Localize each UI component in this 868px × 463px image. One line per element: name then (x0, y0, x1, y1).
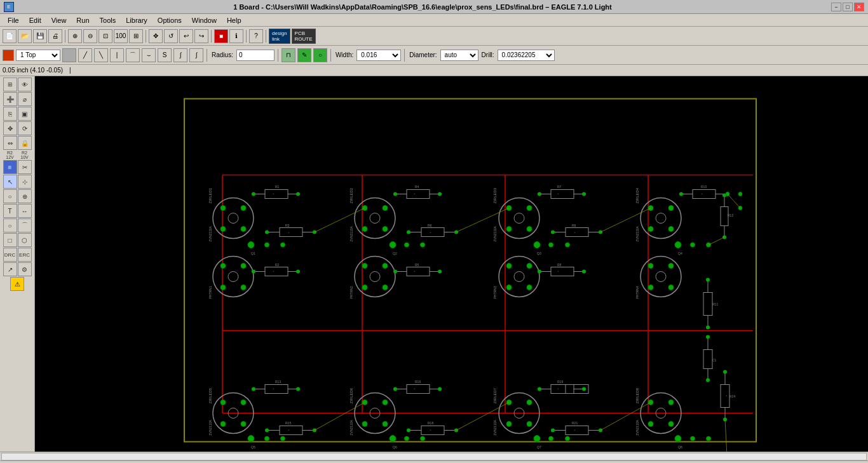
sel2-btn[interactable]: ⊹ (18, 175, 32, 189)
line-style-3[interactable]: | (110, 48, 124, 62)
drc-btn[interactable]: DRC (3, 248, 17, 262)
menu-window[interactable]: Window (187, 16, 222, 25)
line-style-1[interactable]: ╱ (78, 48, 92, 62)
new-button[interactable]: 📄 (3, 29, 17, 43)
radius-input[interactable] (236, 50, 275, 61)
split-btn[interactable]: ⌀ (18, 92, 32, 106)
hscrollbar[interactable] (0, 452, 868, 460)
zoom-100-button[interactable]: 100 (114, 29, 128, 43)
zoom-sel-button[interactable]: ⊞ (129, 29, 143, 43)
svg-text:ZIRLED6: ZIRLED6 (349, 387, 353, 403)
sep2 (146, 30, 146, 43)
erc-btn[interactable]: ERC (18, 248, 32, 262)
svg-point-268 (549, 436, 553, 441)
stop-button[interactable]: ■ (214, 29, 228, 43)
text-btn[interactable]: T (3, 204, 17, 218)
menu-options[interactable]: Options (153, 16, 187, 25)
zoom-fit-button[interactable]: ⊡ (98, 29, 112, 43)
line-style-8[interactable]: ∫ (189, 48, 203, 62)
wire-btn1[interactable]: ⊓ (281, 48, 295, 62)
wire-btn3[interactable]: ○ (313, 48, 327, 62)
diameter-select[interactable]: auto (440, 50, 478, 61)
maximize-button[interactable]: □ (843, 3, 853, 11)
layer-btn[interactable]: ⊞ (3, 77, 17, 91)
width-select[interactable]: 0.016 (356, 50, 401, 61)
info-button[interactable]: ℹ (229, 29, 243, 43)
route2-btn[interactable]: ↗ (3, 262, 17, 276)
zoom-out-button[interactable]: ⊖ (83, 29, 97, 43)
circle-btn[interactable]: ○ (3, 218, 17, 232)
svg-point-68 (362, 285, 367, 290)
svg-text:R9: R9 (572, 224, 576, 227)
zoom-in-button[interactable]: ⊕ (68, 29, 82, 43)
svg-text:Q1: Q1 (251, 252, 255, 255)
svg-text:PHTRN3: PHTRN3 (493, 286, 497, 299)
mirror-btn[interactable]: ⇔ (3, 136, 17, 150)
line-style-7[interactable]: ∫ (173, 48, 187, 62)
auto-btn[interactable]: ⚙ (18, 262, 32, 276)
svg-point-149 (668, 264, 674, 269)
layer-dropdown[interactable]: 1 Top 2 Route2 16 Bottom (16, 50, 60, 61)
menu-library[interactable]: Library (121, 16, 153, 25)
add-btn[interactable]: ➕ (3, 92, 17, 106)
svg-point-108 (527, 285, 532, 290)
group-btn[interactable]: ▣ (18, 107, 32, 121)
dim-btn[interactable]: ↔ (18, 204, 32, 218)
rect-btn[interactable]: □ (3, 233, 17, 247)
line-style-2[interactable]: ╲ (94, 48, 108, 62)
arc-btn[interactable]: ⌒ (18, 218, 32, 232)
copy-lt-btn[interactable]: ⎘ (3, 107, 17, 121)
fill-solid-button[interactable] (62, 48, 76, 62)
route-btn[interactable]: ≡ (3, 160, 17, 174)
svg-point-110 (527, 264, 532, 269)
undo-button[interactable]: ↩ (179, 29, 193, 43)
menu-view[interactable]: View (46, 16, 72, 25)
line-style-4[interactable]: ⌒ (126, 48, 140, 62)
menu-tools[interactable]: Tools (95, 16, 121, 25)
rip-btn[interactable]: ✂ (18, 160, 32, 174)
svg-text:R10: R10 (701, 185, 707, 189)
print-button[interactable]: 🖨 (48, 29, 62, 43)
pcb-svg: ZVN2110A R1 + Q1 PHTRN1 (35, 76, 868, 452)
menu-file[interactable]: File (3, 16, 24, 25)
lock-btn[interactable]: 🔒 (18, 136, 32, 150)
display-btn[interactable]: 👁 (18, 77, 32, 91)
coord-cursor: | (69, 67, 71, 74)
via-btn[interactable]: ○ (3, 189, 17, 203)
line-style-6[interactable]: S (158, 48, 172, 62)
canvas-area[interactable]: ZVN2110A R1 + Q1 PHTRN1 (35, 76, 868, 452)
open-button[interactable]: 📂 (18, 29, 32, 43)
svg-text:Q6: Q6 (393, 445, 397, 449)
svg-text:PHTRN2: PHTRN2 (349, 286, 353, 299)
sep5 (266, 30, 266, 43)
sep7 (278, 49, 278, 62)
drill-select[interactable]: 0.02362205 (498, 50, 555, 61)
design-logo: designlink (269, 29, 290, 44)
svg-point-51 (383, 227, 388, 232)
svg-point-225 (438, 387, 442, 391)
hscroll-track[interactable] (1, 453, 867, 460)
close-button[interactable]: ✕ (854, 3, 864, 11)
svg-point-141 (691, 243, 695, 247)
menu-edit[interactable]: Edit (24, 16, 46, 25)
menu-run[interactable]: Run (71, 16, 94, 25)
sel-btn[interactable]: ↖ (3, 175, 17, 189)
spin-btn[interactable]: ⟳ (18, 121, 32, 135)
rotate-button[interactable]: ↺ (164, 29, 178, 43)
wire-btn2[interactable]: ✎ (297, 48, 311, 62)
svg-text:R6: R6 (428, 224, 432, 227)
save-button[interactable]: 💾 (33, 29, 47, 43)
help-button[interactable]: ? (249, 29, 263, 43)
svg-text:R8: R8 (557, 263, 562, 267)
minimize-button[interactable]: − (831, 3, 841, 11)
svg-text:ZIRLED8: ZIRLED8 (635, 387, 639, 403)
redo-button[interactable]: ↪ (194, 29, 208, 43)
line-style-5[interactable]: ⌣ (142, 48, 156, 62)
pad-btn[interactable]: ⊕ (18, 189, 32, 203)
move-lt-btn[interactable]: ✥ (3, 121, 17, 135)
move-button[interactable]: ✥ (149, 29, 163, 43)
menu-help[interactable]: Help (222, 16, 247, 25)
poly-btn[interactable]: ⬡ (18, 233, 32, 247)
layer-select[interactable]: 1 Top 2 Route2 16 Bottom (16, 50, 60, 61)
svg-text:R15: R15 (285, 421, 291, 425)
